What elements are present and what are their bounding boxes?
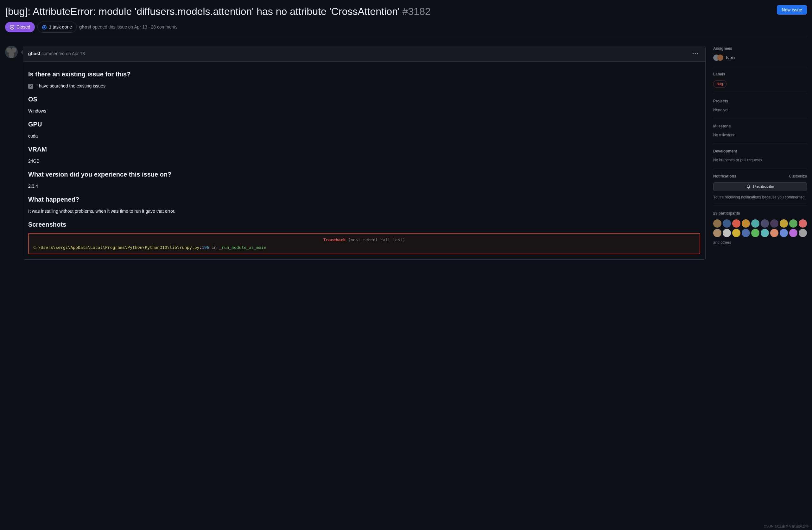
traceback-lineno: 196 [202,245,209,250]
unsubscribe-label: Unsubscribe [753,184,774,189]
participant-avatar[interactable] [780,229,788,237]
state-label: Closed [16,24,30,30]
comment-author[interactable]: ghost [28,51,40,56]
heading-existing-issue: Is there an existing issue for this? [28,69,700,79]
participant-avatar[interactable] [732,229,740,237]
issue-meta-text: ghost opened this issue on Apr 13 · 28 c… [79,24,178,30]
comment-header: ghost commented on Apr 13 ••• [23,46,705,62]
heading-vram: VRAM [28,144,700,154]
closed-icon [10,25,15,30]
customize-link[interactable]: Customize [789,173,807,179]
value-gpu: cuda [28,133,700,139]
traceback-module: _run_module_as_main [219,245,266,250]
value-os: Windows [28,108,700,114]
issue-title: [bug]: AttributeError: module 'diffusers… [5,5,431,18]
new-issue-button[interactable]: New issue [777,5,807,15]
participants-list [713,219,807,237]
comment-menu-button[interactable]: ••• [691,49,700,58]
notifications-title: Notifications [713,173,736,179]
heading-screenshots: Screenshots [28,220,700,229]
comment-body: Is there an existing issue for this? ✓ I… [23,62,705,259]
projects-title: Projects [713,98,807,104]
participant-avatar[interactable] [780,219,788,227]
participant-avatar[interactable] [723,219,731,227]
development-value: No branches or pull requests [713,157,807,163]
traceback-block: Traceback (most recent call last) C:\Use… [28,233,700,254]
heading-version: What version did you experience this iss… [28,170,700,179]
participant-avatar[interactable] [742,219,750,227]
label-bug[interactable]: bug [713,80,726,88]
participant-avatar[interactable] [799,229,807,237]
projects-value: None yet [713,107,807,113]
sidebar-milestone: Milestone No milestone [713,118,807,143]
heading-gpu: GPU [28,120,700,129]
milestone-value: No milestone [713,132,807,138]
participant-avatar[interactable] [751,219,759,227]
participant-avatar[interactable] [761,229,769,237]
participant-avatar[interactable] [770,229,779,237]
sidebar-labels: Labels bug [713,66,807,93]
labels-title: Labels [713,71,807,77]
traceback-subtitle: (most recent call last) [348,237,405,242]
traceback-in: in [209,245,219,250]
sidebar-development: Development No branches or pull requests [713,143,807,168]
comment-verb: commented [42,51,64,56]
issue-meta-suffix: opened this issue on Apr 13 · 28 comment… [91,24,177,29]
issue-state-badge: Closed [5,22,35,32]
heading-happened: What happened? [28,195,700,204]
avatar [717,55,723,61]
task-progress-badge[interactable]: 1 task done [38,22,77,33]
task-label: I have searched the existing issues [37,83,105,89]
development-title: Development [713,148,807,154]
participant-avatar[interactable] [789,229,797,237]
value-version: 2.3.4 [28,183,700,190]
traceback-path: C:\Users\sergi\AppData\Local\Programs\Py… [33,245,199,250]
participant-avatar[interactable] [761,219,769,227]
bell-slash-icon [746,184,751,189]
task-item: ✓ I have searched the existing issues [28,83,700,89]
traceback-label: Traceback [323,237,346,242]
and-others[interactable]: and others [713,240,807,245]
sidebar-notifications: Notifications Customize Unsubscribe You'… [713,168,807,205]
comment-box: ghost commented on Apr 13 ••• Is there a… [23,46,706,260]
task-progress-icon [42,25,46,29]
issue-number: #3182 [403,6,431,17]
task-progress-label: 1 task done [49,24,72,30]
assignees-title: Assignees [713,46,807,51]
participant-avatar[interactable] [723,229,731,237]
participant-avatar[interactable] [799,219,807,227]
svg-point-0 [10,25,14,29]
participant-avatar[interactable] [770,219,779,227]
sidebar-projects: Projects None yet [713,93,807,118]
participant-avatar[interactable] [713,229,722,237]
value-vram: 24GB [28,158,700,165]
participant-avatar[interactable] [742,229,750,237]
avatar[interactable] [5,46,18,58]
issue-title-text: [bug]: AttributeError: module 'diffusers… [5,6,400,17]
sidebar-assignees: Assignees lstein [713,46,807,66]
participant-avatar[interactable] [789,219,797,227]
participant-avatar[interactable] [713,219,722,227]
milestone-title: Milestone [713,123,807,129]
checkbox-checked-icon: ✓ [28,84,33,89]
heading-os: OS [28,95,700,104]
participant-avatar[interactable] [751,229,759,237]
participant-avatar[interactable] [732,219,740,227]
participants-title: 23 participants [713,210,807,216]
comment-date[interactable]: on Apr 13 [66,51,85,56]
sidebar-participants: 23 participants and others [713,205,807,250]
unsubscribe-button[interactable]: Unsubscribe [713,182,807,191]
assignee-name[interactable]: lstein [726,55,735,60]
header-divider [5,38,807,38]
issue-author[interactable]: ghost [79,24,91,29]
assignee-row[interactable]: lstein [713,55,807,61]
value-happened: It was installing without problems, when… [28,208,700,214]
notification-reason: You're receiving notifications because y… [713,194,807,200]
